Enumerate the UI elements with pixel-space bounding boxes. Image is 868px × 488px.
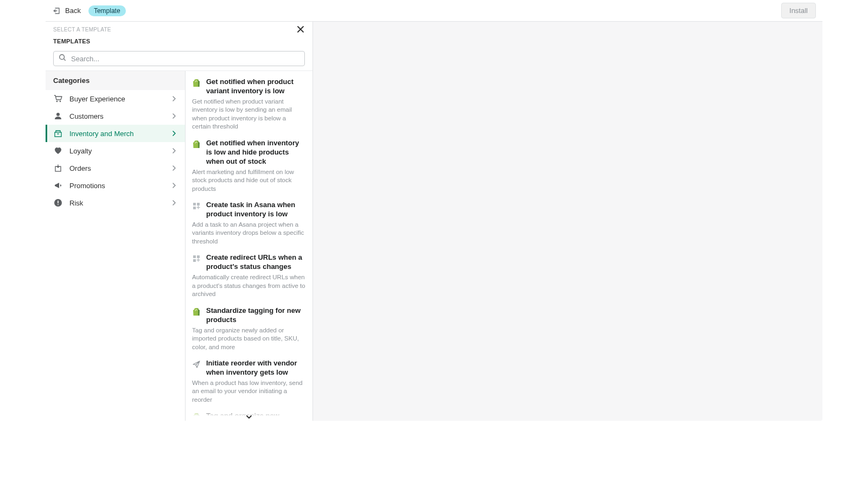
template-desc: Automatically create redirect URLs when … <box>192 273 306 299</box>
back-button[interactable]: Back <box>52 7 81 15</box>
template-badge: Template <box>88 5 126 16</box>
svg-rect-12 <box>193 255 196 258</box>
topbar: Back Template Install <box>46 0 822 22</box>
category-label: Orders <box>69 164 164 172</box>
template-panel: SELECT A TEMPLATE TEMPLATES Categories <box>46 22 313 421</box>
back-icon <box>52 7 61 15</box>
category-label: Buyer Experience <box>69 95 164 103</box>
template-item[interactable]: Get notified when product variant invent… <box>192 76 306 138</box>
chevron-right-icon <box>171 165 177 171</box>
template-item[interactable]: Create task in Asana when product invent… <box>192 200 306 252</box>
chevron-right-icon <box>171 147 177 154</box>
chevron-right-icon <box>171 130 177 137</box>
chevron-right-icon <box>171 200 177 206</box>
search-icon <box>59 54 66 63</box>
svg-rect-7 <box>58 201 59 203</box>
svg-point-2 <box>60 101 61 102</box>
category-promotions[interactable]: Promotions <box>46 177 185 194</box>
template-desc: Tag and organize newly added or imported… <box>192 326 306 352</box>
person-icon <box>53 112 63 120</box>
svg-point-1 <box>56 101 58 102</box>
send-icon <box>192 360 201 369</box>
template-item[interactable]: Get notified when inventory is low and h… <box>192 138 306 200</box>
templates-list[interactable]: Get notified when product variant invent… <box>186 71 312 421</box>
template-item[interactable]: Tag and organize new products by titleSt… <box>192 410 306 421</box>
search-wrap <box>53 51 305 66</box>
close-panel-button[interactable] <box>296 25 305 36</box>
templates-header: TEMPLATES <box>53 38 305 44</box>
template-item[interactable]: Create redirect URLs when a product's st… <box>192 252 306 305</box>
back-label: Back <box>65 7 81 15</box>
category-label: Loyalty <box>69 147 164 155</box>
template-title: Tag and organize new products by title <box>206 412 306 421</box>
template-desc: When a product has low inventory, send a… <box>192 379 306 404</box>
template-desc: Add a task to an Asana project when a va… <box>192 221 306 246</box>
template-title: Get notified when product variant invent… <box>206 78 306 96</box>
category-inventory-merch[interactable]: Inventory and Merch <box>46 125 185 142</box>
template-title: Get notified when inventory is low and h… <box>206 139 306 166</box>
risk-icon <box>53 198 63 207</box>
template-item[interactable]: Initiate reorder with vendor when invent… <box>192 358 306 410</box>
category-label: Promotions <box>69 182 164 190</box>
category-risk[interactable]: Risk <box>46 194 185 211</box>
category-label: Risk <box>69 199 164 207</box>
shopify-icon <box>192 79 201 87</box>
panel-supertitle: SELECT A TEMPLATE <box>53 27 305 33</box>
heart-icon <box>53 146 63 155</box>
category-customers[interactable]: Customers <box>46 107 185 125</box>
category-label: Inventory and Merch <box>69 130 164 138</box>
inventory-icon <box>53 129 63 138</box>
categories-column: Categories Buyer Experience Customers <box>46 71 186 421</box>
svg-rect-9 <box>193 203 196 206</box>
category-buyer-experience[interactable]: Buyer Experience <box>46 90 185 107</box>
svg-rect-11 <box>193 207 196 209</box>
template-title: Create task in Asana when product invent… <box>206 201 306 219</box>
search-input[interactable] <box>53 51 305 66</box>
shopify-icon <box>192 140 201 149</box>
svg-rect-4 <box>55 132 61 137</box>
cart-icon <box>53 94 63 103</box>
grid-icon <box>192 254 201 263</box>
category-label: Customers <box>69 112 164 120</box>
template-title: Create redirect URLs when a product's st… <box>206 253 306 272</box>
category-orders[interactable]: Orders <box>46 159 185 177</box>
shopify-icon <box>192 307 201 316</box>
main-canvas <box>313 22 822 421</box>
chevron-right-icon <box>171 182 177 189</box>
template-desc: Alert marketing and fulfillment on low s… <box>192 168 306 194</box>
grid-icon <box>192 202 201 210</box>
svg-rect-13 <box>197 255 200 258</box>
chevron-right-icon <box>171 95 177 102</box>
svg-rect-10 <box>197 203 200 206</box>
categories-header: Categories <box>46 71 185 90</box>
chevron-right-icon <box>171 113 177 119</box>
megaphone-icon <box>53 181 63 190</box>
shopify-icon <box>192 413 201 421</box>
install-button[interactable]: Install <box>781 3 816 18</box>
template-title: Initiate reorder with vendor when invent… <box>206 359 306 377</box>
template-desc: Get notified when product variant invent… <box>192 98 306 131</box>
orders-icon <box>53 164 63 172</box>
template-title: Standardize tagging for new products <box>206 306 306 325</box>
category-loyalty[interactable]: Loyalty <box>46 142 185 159</box>
svg-point-3 <box>56 113 60 116</box>
svg-rect-14 <box>193 259 196 262</box>
template-item[interactable]: Standardize tagging for new productsTag … <box>192 305 306 358</box>
svg-rect-8 <box>58 204 59 206</box>
